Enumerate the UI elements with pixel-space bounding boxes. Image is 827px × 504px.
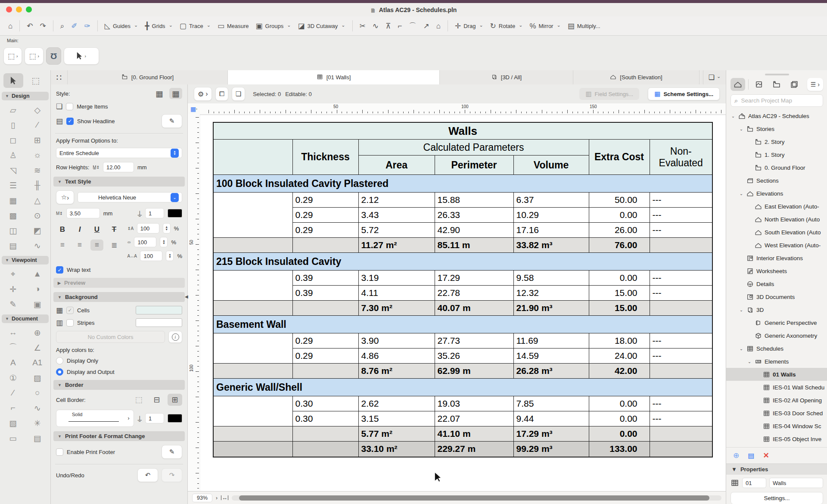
- panel-redo-button[interactable]: ↷: [162, 468, 182, 482]
- tree-item-sections[interactable]: Sections: [726, 174, 827, 187]
- cell[interactable]: 3.15: [358, 411, 435, 426]
- chevron-down-icon[interactable]: ⌄: [739, 346, 744, 351]
- tree-item-1-story[interactable]: 1. Story: [726, 148, 827, 161]
- merge-items-checkbox[interactable]: ✓: [66, 103, 73, 110]
- table-title[interactable]: Walls: [213, 122, 712, 140]
- railing-tool[interactable]: ╫: [29, 179, 46, 192]
- cell[interactable]: 12.32: [513, 286, 589, 301]
- toolbox-section-document[interactable]: ▼Document: [2, 314, 49, 323]
- object-tool[interactable]: ♙: [4, 149, 22, 162]
- circle-tool[interactable]: ○: [29, 386, 46, 399]
- mesh-tool[interactable]: ▩: [4, 209, 22, 222]
- cell[interactable]: 0.30: [292, 396, 358, 411]
- header-perimeter[interactable]: Perimeter: [435, 156, 513, 175]
- marquee-tool[interactable]: ⬚: [26, 73, 46, 88]
- star-tool[interactable]: ✳: [29, 417, 46, 429]
- window-tool[interactable]: ⊞: [29, 134, 46, 146]
- cell[interactable]: 15.00: [589, 286, 650, 301]
- add-item-icon[interactable]: ⊕: [733, 451, 739, 460]
- justify-button[interactable]: ≣: [108, 240, 121, 251]
- properties-section-header[interactable]: ▼Properties: [726, 464, 827, 475]
- text-tool[interactable]: A: [4, 356, 22, 369]
- tree-item-3d[interactable]: ⌄3D: [726, 303, 827, 316]
- cell[interactable]: 9.44: [513, 411, 589, 426]
- total-volume[interactable]: 99.29 m³: [513, 442, 589, 457]
- line-spacing-input[interactable]: 100: [137, 223, 159, 233]
- view-map-button[interactable]: [752, 78, 766, 91]
- border-pen-input[interactable]: 1: [145, 413, 164, 423]
- toolbox-section-viewpoint[interactable]: ▼Viewpoint: [2, 256, 49, 264]
- row-height-input[interactable]: 12.00: [103, 162, 134, 172]
- char-spacing-input[interactable]: 100: [140, 251, 162, 261]
- summary-perimeter[interactable]: 40.07 m: [435, 301, 513, 316]
- tree-item-0-ground-floor[interactable]: 0. Ground Floor: [726, 161, 827, 174]
- cell[interactable]: 0.29: [292, 223, 358, 238]
- fill-tool[interactable]: ▧: [4, 417, 22, 429]
- cell[interactable]: 11.69: [513, 333, 589, 348]
- angle-dimension-tool[interactable]: ∠: [29, 341, 46, 354]
- favorite-font-button[interactable]: ☆›: [56, 190, 74, 204]
- tree-item-ies-04-window-sc[interactable]: IES-04 Window Sc: [726, 420, 827, 432]
- arrow-tool-button[interactable]: ›: [64, 47, 99, 65]
- trim-button[interactable]: ⌐: [395, 21, 405, 31]
- total-perimeter[interactable]: 229.27 m: [435, 442, 513, 457]
- view-tab--01-walls-[interactable]: [01 Walls]: [228, 70, 440, 84]
- cell[interactable]: 0.29: [292, 348, 358, 364]
- header-area[interactable]: Area: [358, 156, 435, 175]
- border-color-swatch[interactable]: [168, 414, 182, 423]
- tree-item-east-elevation-auto-[interactable]: East Elevation (Auto-: [726, 200, 827, 213]
- cell[interactable]: 0.00: [589, 411, 650, 426]
- zoom-menu-arrow[interactable]: ›: [216, 495, 218, 501]
- border-all-button[interactable]: ⊞: [168, 394, 182, 406]
- cell[interactable]: ---: [650, 223, 712, 238]
- total-area[interactable]: 33.10 m²: [358, 442, 435, 457]
- summary-perimeter[interactable]: 62.99 m: [435, 364, 513, 379]
- cell[interactable]: 2.62: [358, 396, 435, 411]
- summary-extra-cost[interactable]: 0.00: [589, 426, 650, 442]
- delete-item-icon[interactable]: ✕: [763, 451, 769, 460]
- cell[interactable]: 35.26: [435, 348, 513, 364]
- summary-area[interactable]: 7.30 m²: [358, 301, 435, 316]
- elevate-button[interactable]: ⌂: [433, 21, 444, 31]
- chevron-down-icon[interactable]: ⌄: [731, 114, 736, 118]
- summary-perimeter[interactable]: 41.10 m: [435, 426, 513, 442]
- apply-format-select[interactable]: Entire Schedule ▲▼: [56, 148, 182, 158]
- cell[interactable]: ---: [650, 193, 712, 208]
- adjust-button[interactable]: ∿: [370, 21, 382, 31]
- ruler-origin-button[interactable]: ▦›: [188, 103, 200, 115]
- cell[interactable]: 4.11: [358, 286, 435, 301]
- cell[interactable]: ---: [650, 396, 712, 411]
- tree-item-schedules[interactable]: ⌄Schedules: [726, 342, 827, 355]
- cell[interactable]: 15.88: [435, 193, 513, 208]
- group-name[interactable]: 100 Block Insulated Cavity Plastered: [213, 175, 712, 193]
- tree-item-south-elevation-auto[interactable]: South Elevation (Auto: [726, 226, 827, 239]
- pick-up-settings-button[interactable]: ❏: [232, 87, 245, 101]
- opening-tool[interactable]: ◫: [4, 224, 22, 237]
- search-project-map[interactable]: ⌕ Search Project Map: [731, 94, 823, 107]
- enable-print-footer-checkbox[interactable]: ✓: [56, 448, 63, 456]
- zoom-level-button[interactable]: 93%: [192, 494, 212, 502]
- align-left-button[interactable]: ≡: [56, 240, 69, 251]
- cell[interactable]: ---: [650, 348, 712, 364]
- cell[interactable]: 0.00: [589, 271, 650, 286]
- cell[interactable]: 26.33: [435, 208, 513, 223]
- tree-item-atlas-ac29-schedules[interactable]: ⌄Atlas AC29 - Schedules: [726, 109, 827, 122]
- lamp-tool[interactable]: ☼: [29, 149, 46, 162]
- font-size-input[interactable]: 3.50: [66, 208, 100, 218]
- panel-collapse-handle[interactable]: ◀: [185, 294, 188, 299]
- summary-volume[interactable]: 17.29 m³: [513, 426, 589, 442]
- summary-extra-cost[interactable]: 76.00: [589, 238, 650, 253]
- tree-item-elevations[interactable]: ⌄Elevations: [726, 187, 827, 200]
- roof-tool[interactable]: ◹: [4, 164, 22, 177]
- tree-item-01-walls[interactable]: 01 Walls: [726, 368, 827, 381]
- preview-section-header[interactable]: ▶Preview: [53, 278, 185, 288]
- cell[interactable]: 22.07: [435, 411, 513, 426]
- elevation-marker-tool[interactable]: ▲: [29, 268, 46, 280]
- door-tool[interactable]: ◻: [4, 134, 22, 146]
- trace-button[interactable]: ▢Trace⌄: [177, 21, 214, 31]
- beam-tool[interactable]: ∕: [29, 118, 46, 131]
- cell[interactable]: 17.16: [513, 223, 589, 238]
- split-button[interactable]: ✂: [357, 21, 369, 31]
- slab-tool[interactable]: ◇: [29, 103, 46, 116]
- rubberband-select-button[interactable]: ⬚›: [25, 47, 43, 65]
